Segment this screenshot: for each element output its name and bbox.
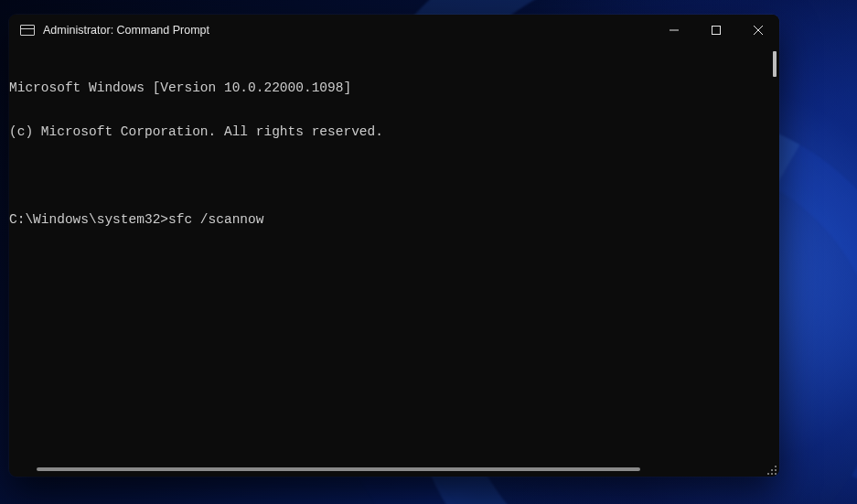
window-controls — [653, 15, 779, 46]
terminal-output: Microsoft Windows [Version 10.0.22000.10… — [9, 51, 779, 256]
command-prompt-window: Administrator: Command Prompt Microsoft … — [9, 15, 779, 477]
prompt-path: C:\Windows\system32> — [9, 212, 168, 227]
prompt-line: C:\Windows\system32>sfc /scannow — [9, 212, 776, 227]
horizontal-scrollbar[interactable] — [15, 467, 763, 473]
cmd-icon — [20, 25, 35, 36]
svg-rect-0 — [712, 27, 721, 35]
copyright-line: (c) Microsoft Corporation. All rights re… — [9, 124, 776, 139]
window-title: Administrator: Command Prompt — [43, 24, 209, 37]
titlebar[interactable]: Administrator: Command Prompt — [9, 15, 779, 46]
close-icon — [754, 26, 763, 35]
minimize-button[interactable] — [653, 15, 695, 46]
maximize-icon — [712, 26, 721, 35]
entered-command: sfc /scannow — [168, 212, 263, 227]
terminal-body[interactable]: Microsoft Windows [Version 10.0.22000.10… — [9, 46, 779, 477]
resize-grip-icon[interactable] — [766, 464, 777, 475]
minimize-icon — [670, 26, 679, 35]
maximize-button[interactable] — [695, 15, 737, 46]
blank-line — [9, 168, 776, 183]
close-button[interactable] — [737, 15, 779, 46]
horizontal-scrollbar-thumb[interactable] — [37, 467, 640, 471]
version-line: Microsoft Windows [Version 10.0.22000.10… — [9, 80, 776, 95]
vertical-scrollbar-thumb[interactable] — [773, 51, 777, 77]
